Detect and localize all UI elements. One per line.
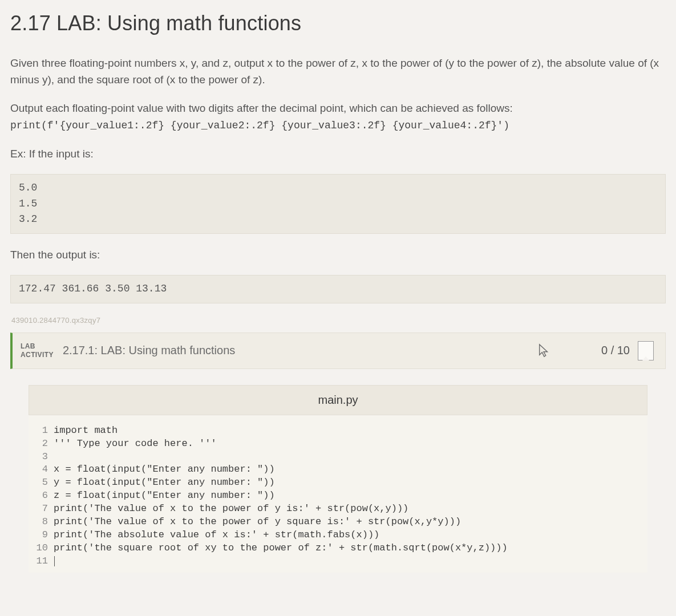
lab-activity-bar: LAB ACTIVITY 2.17.1: LAB: Using math fun…	[10, 333, 666, 369]
watermark-id: 439010.2844770.qx3zqy7	[11, 316, 666, 325]
line-number: 4	[29, 463, 54, 476]
line-number: 8	[29, 516, 54, 529]
code-text[interactable]: print('The value of x to the power of y …	[54, 502, 408, 516]
code-editor[interactable]: 1import math2''' Type your code here. ''…	[29, 415, 647, 573]
lab-badge-line1: LAB	[21, 342, 54, 351]
line-number: 10	[29, 542, 54, 555]
lab-badge-line2: ACTIVITY	[21, 351, 54, 359]
code-line[interactable]: 6z = float(input("Enter any number: "))	[29, 489, 647, 502]
code-line[interactable]: 4x = float(input("Enter any number: "))	[29, 463, 647, 476]
code-text[interactable]: y = float(input("Enter any number: "))	[54, 476, 275, 489]
line-number: 11	[29, 555, 54, 568]
score-display: 0 / 10	[601, 344, 630, 357]
code-text[interactable]: ''' Type your code here. '''	[54, 437, 217, 451]
code-text[interactable]: print('The value of x to the power of y …	[54, 516, 461, 529]
lab-badge: LAB ACTIVITY	[21, 342, 54, 359]
example-output-block: 172.47 361.66 3.50 13.13	[10, 275, 666, 303]
code-text[interactable]: print('The absolute value of x is:' + st…	[54, 529, 379, 542]
example-output-label: Then the output is:	[10, 246, 666, 263]
line-number: 2	[29, 437, 54, 451]
example-input-label: Ex: If the input is:	[10, 145, 666, 162]
code-line[interactable]: 5y = float(input("Enter any number: "))	[29, 476, 647, 489]
instructions-paragraph-2: Output each floating-point value with tw…	[10, 100, 666, 134]
code-line[interactable]: 11	[29, 555, 647, 568]
text-caret	[54, 556, 55, 566]
code-text[interactable]: x = float(input("Enter any number: "))	[54, 463, 275, 476]
line-number: 1	[29, 424, 54, 437]
page-title: 2.17 LAB: Using math functions	[10, 11, 666, 35]
code-editor-region: main.py 1import math2''' Type your code …	[29, 385, 647, 573]
code-text[interactable]	[54, 555, 55, 568]
code-line[interactable]: 1import math	[29, 424, 647, 437]
file-tab[interactable]: main.py	[29, 385, 647, 415]
lab-activity-title: 2.17.1: LAB: Using math functions	[63, 344, 537, 357]
instructions-paragraph-1: Given three floating-point numbers x, y,…	[10, 55, 666, 88]
code-line[interactable]: 8print('The value of x to the power of y…	[29, 516, 647, 529]
format-instruction-text: Output each floating-point value with tw…	[10, 102, 513, 114]
code-line[interactable]: 7print('The value of x to the power of y…	[29, 502, 647, 516]
code-line[interactable]: 3	[29, 451, 647, 464]
line-number: 7	[29, 502, 54, 516]
line-number: 9	[29, 529, 54, 542]
line-number: 5	[29, 476, 54, 489]
cursor-arrow-icon	[537, 343, 550, 358]
line-number: 6	[29, 489, 54, 502]
code-text[interactable]: z = float(input("Enter any number: "))	[54, 489, 275, 502]
code-text[interactable]: import math	[54, 424, 118, 437]
code-line[interactable]: 9print('The absolute value of x is:' + s…	[29, 529, 647, 542]
format-example-code: print(f'{your_value1:.2f} {your_value2:.…	[10, 120, 509, 131]
example-input-block: 5.0 1.5 3.2	[10, 174, 666, 234]
line-number: 3	[29, 451, 54, 464]
code-line[interactable]: 2''' Type your code here. '''	[29, 437, 647, 451]
code-text[interactable]: print('the square root of xy to the powe…	[54, 542, 508, 555]
code-line[interactable]: 10print('the square root of xy to the po…	[29, 542, 647, 555]
bookmark-icon[interactable]	[638, 341, 654, 360]
